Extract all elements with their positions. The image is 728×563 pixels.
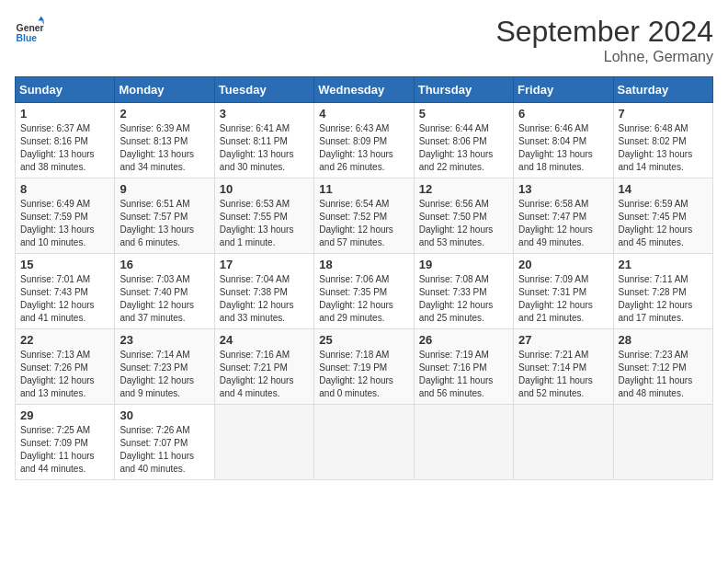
day-number: 14 bbox=[619, 182, 708, 196]
day-info: Sunrise: 7:11 AMSunset: 7:28 PMDaylight:… bbox=[619, 273, 708, 325]
day-number: 30 bbox=[119, 408, 209, 422]
svg-text:General: General bbox=[17, 23, 44, 33]
day-info: Sunrise: 6:37 AMSunset: 8:16 PMDaylight:… bbox=[20, 122, 109, 174]
header-day-saturday: Saturday bbox=[613, 77, 712, 103]
calendar-day-empty bbox=[414, 405, 513, 480]
month-year: September 2024 bbox=[495, 15, 713, 49]
day-info: Sunrise: 6:53 AMSunset: 7:55 PMDaylight:… bbox=[220, 198, 309, 249]
calendar-week-2: 8Sunrise: 6:49 AMSunset: 7:59 PMDaylight… bbox=[16, 178, 713, 254]
day-number: 5 bbox=[419, 107, 508, 121]
day-info: Sunrise: 6:56 AMSunset: 7:50 PMDaylight:… bbox=[419, 198, 508, 249]
day-number: 13 bbox=[518, 182, 608, 196]
day-info: Sunrise: 7:09 AMSunset: 7:31 PMDaylight:… bbox=[518, 273, 608, 325]
day-number: 19 bbox=[419, 258, 508, 271]
day-info: Sunrise: 7:01 AMSunset: 7:43 PMDaylight:… bbox=[20, 273, 109, 325]
day-number: 9 bbox=[119, 182, 209, 196]
day-number: 15 bbox=[20, 258, 109, 271]
title-block: September 2024 Lohne, Germany bbox=[495, 15, 713, 65]
logo-icon: General Blue bbox=[15, 15, 44, 44]
calendar-day-empty bbox=[214, 405, 313, 480]
day-info: Sunrise: 7:23 AMSunset: 7:12 PMDaylight:… bbox=[619, 349, 708, 400]
day-info: Sunrise: 6:41 AMSunset: 8:11 PMDaylight:… bbox=[220, 122, 309, 174]
day-info: Sunrise: 7:16 AMSunset: 7:21 PMDaylight:… bbox=[220, 349, 309, 400]
header-day-friday: Friday bbox=[514, 77, 613, 103]
calendar-day-18: 18Sunrise: 7:06 AMSunset: 7:35 PMDayligh… bbox=[314, 254, 414, 329]
calendar-day-10: 10Sunrise: 6:53 AMSunset: 7:55 PMDayligh… bbox=[214, 178, 313, 254]
day-info: Sunrise: 7:04 AMSunset: 7:38 PMDaylight:… bbox=[220, 273, 309, 325]
day-number: 17 bbox=[220, 258, 309, 271]
page-header: General Blue September 2024 Lohne, Germa… bbox=[15, 15, 713, 65]
day-number: 10 bbox=[220, 182, 309, 196]
day-number: 25 bbox=[319, 333, 408, 347]
calendar-day-empty bbox=[314, 405, 414, 480]
day-number: 26 bbox=[419, 333, 508, 347]
day-info: Sunrise: 7:13 AMSunset: 7:26 PMDaylight:… bbox=[20, 349, 109, 400]
day-info: Sunrise: 6:51 AMSunset: 7:57 PMDaylight:… bbox=[119, 198, 209, 249]
calendar-week-3: 15Sunrise: 7:01 AMSunset: 7:43 PMDayligh… bbox=[16, 254, 713, 329]
day-info: Sunrise: 6:43 AMSunset: 8:09 PMDaylight:… bbox=[319, 122, 408, 174]
calendar-day-24: 24Sunrise: 7:16 AMSunset: 7:21 PMDayligh… bbox=[214, 329, 313, 405]
day-info: Sunrise: 7:03 AMSunset: 7:40 PMDaylight:… bbox=[119, 273, 209, 325]
day-number: 7 bbox=[619, 107, 708, 121]
calendar-day-26: 26Sunrise: 7:19 AMSunset: 7:16 PMDayligh… bbox=[414, 329, 513, 405]
calendar-day-19: 19Sunrise: 7:08 AMSunset: 7:33 PMDayligh… bbox=[414, 254, 513, 329]
day-info: Sunrise: 6:44 AMSunset: 8:06 PMDaylight:… bbox=[419, 122, 508, 174]
calendar-day-7: 7Sunrise: 6:48 AMSunset: 8:02 PMDaylight… bbox=[613, 103, 712, 178]
calendar-day-17: 17Sunrise: 7:04 AMSunset: 7:38 PMDayligh… bbox=[214, 254, 313, 329]
svg-marker-2 bbox=[39, 17, 44, 21]
calendar-day-30: 30Sunrise: 7:26 AMSunset: 7:07 PMDayligh… bbox=[115, 405, 214, 480]
calendar-week-1: 1Sunrise: 6:37 AMSunset: 8:16 PMDaylight… bbox=[16, 103, 713, 178]
calendar-week-5: 29Sunrise: 7:25 AMSunset: 7:09 PMDayligh… bbox=[16, 405, 713, 480]
calendar-day-empty bbox=[514, 405, 613, 480]
day-info: Sunrise: 6:48 AMSunset: 8:02 PMDaylight:… bbox=[619, 122, 708, 174]
day-info: Sunrise: 7:25 AMSunset: 7:09 PMDaylight:… bbox=[20, 424, 109, 476]
day-number: 3 bbox=[220, 107, 309, 121]
day-number: 6 bbox=[518, 107, 608, 121]
calendar-day-11: 11Sunrise: 6:54 AMSunset: 7:52 PMDayligh… bbox=[314, 178, 414, 254]
calendar-day-empty bbox=[613, 405, 712, 480]
calendar-day-27: 27Sunrise: 7:21 AMSunset: 7:14 PMDayligh… bbox=[514, 329, 613, 405]
calendar-day-13: 13Sunrise: 6:58 AMSunset: 7:47 PMDayligh… bbox=[514, 178, 613, 254]
calendar-day-9: 9Sunrise: 6:51 AMSunset: 7:57 PMDaylight… bbox=[115, 178, 214, 254]
location: Lohne, Germany bbox=[495, 49, 713, 65]
day-info: Sunrise: 6:59 AMSunset: 7:45 PMDaylight:… bbox=[619, 198, 708, 249]
calendar-day-4: 4Sunrise: 6:43 AMSunset: 8:09 PMDaylight… bbox=[314, 103, 414, 178]
calendar-week-4: 22Sunrise: 7:13 AMSunset: 7:26 PMDayligh… bbox=[16, 329, 713, 405]
day-number: 4 bbox=[319, 107, 408, 121]
day-number: 20 bbox=[518, 258, 608, 271]
header-day-sunday: Sunday bbox=[16, 77, 115, 103]
header-row: SundayMondayTuesdayWednesdayThursdayFrid… bbox=[16, 77, 713, 103]
day-number: 22 bbox=[20, 333, 109, 347]
calendar-day-1: 1Sunrise: 6:37 AMSunset: 8:16 PMDaylight… bbox=[16, 103, 115, 178]
day-number: 16 bbox=[119, 258, 209, 271]
day-number: 28 bbox=[619, 333, 708, 347]
day-number: 23 bbox=[119, 333, 209, 347]
calendar-day-29: 29Sunrise: 7:25 AMSunset: 7:09 PMDayligh… bbox=[16, 405, 115, 480]
calendar-day-25: 25Sunrise: 7:18 AMSunset: 7:19 PMDayligh… bbox=[314, 329, 414, 405]
day-info: Sunrise: 7:19 AMSunset: 7:16 PMDaylight:… bbox=[419, 349, 508, 400]
day-info: Sunrise: 6:58 AMSunset: 7:47 PMDaylight:… bbox=[518, 198, 608, 249]
svg-text:Blue: Blue bbox=[17, 33, 38, 43]
header-day-tuesday: Tuesday bbox=[214, 77, 313, 103]
day-number: 29 bbox=[20, 408, 109, 422]
calendar-day-28: 28Sunrise: 7:23 AMSunset: 7:12 PMDayligh… bbox=[613, 329, 712, 405]
day-info: Sunrise: 6:39 AMSunset: 8:13 PMDaylight:… bbox=[119, 122, 209, 174]
day-number: 18 bbox=[319, 258, 408, 271]
calendar-day-5: 5Sunrise: 6:44 AMSunset: 8:06 PMDaylight… bbox=[414, 103, 513, 178]
day-info: Sunrise: 7:26 AMSunset: 7:07 PMDaylight:… bbox=[119, 424, 209, 476]
day-number: 24 bbox=[220, 333, 309, 347]
day-info: Sunrise: 7:06 AMSunset: 7:35 PMDaylight:… bbox=[319, 273, 408, 325]
calendar-day-12: 12Sunrise: 6:56 AMSunset: 7:50 PMDayligh… bbox=[414, 178, 513, 254]
day-number: 1 bbox=[20, 107, 109, 121]
calendar-day-8: 8Sunrise: 6:49 AMSunset: 7:59 PMDaylight… bbox=[16, 178, 115, 254]
header-day-monday: Monday bbox=[115, 77, 214, 103]
calendar-day-14: 14Sunrise: 6:59 AMSunset: 7:45 PMDayligh… bbox=[613, 178, 712, 254]
day-info: Sunrise: 7:08 AMSunset: 7:33 PMDaylight:… bbox=[419, 273, 508, 325]
header-day-wednesday: Wednesday bbox=[314, 77, 414, 103]
calendar-day-23: 23Sunrise: 7:14 AMSunset: 7:23 PMDayligh… bbox=[115, 329, 214, 405]
day-info: Sunrise: 6:49 AMSunset: 7:59 PMDaylight:… bbox=[20, 198, 109, 249]
day-number: 8 bbox=[20, 182, 109, 196]
calendar-table: SundayMondayTuesdayWednesdayThursdayFrid… bbox=[15, 76, 713, 480]
day-number: 21 bbox=[619, 258, 708, 271]
logo: General Blue bbox=[15, 15, 44, 44]
